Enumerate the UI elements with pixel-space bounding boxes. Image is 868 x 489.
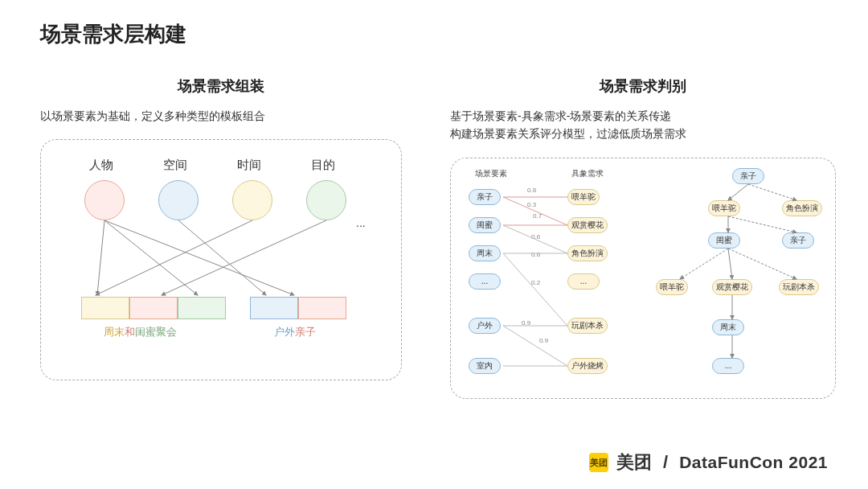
svg-line-18 [728, 216, 796, 232]
combo-bar-2 [250, 297, 346, 319]
svg-line-16 [748, 184, 796, 200]
tree-l3b: 亲子 [782, 232, 814, 249]
svg-line-21 [728, 249, 796, 279]
meituan-brand-text: 美团 [616, 450, 652, 475]
tree-l4a: 喂羊驼 [656, 279, 688, 295]
svg-line-19 [680, 249, 728, 279]
combo-1-label: 周末和闺蜜聚会 [104, 325, 177, 339]
bp-left-4: 户外 [469, 318, 501, 334]
bipartite-edges [451, 158, 837, 400]
svg-line-4 [96, 220, 252, 295]
combo-bar-1 [81, 297, 226, 319]
w4: 0.6 [531, 251, 540, 258]
bp-right-3: ... [567, 273, 600, 290]
elem-label-purpose: 目的 [311, 158, 335, 173]
svg-line-5 [162, 220, 326, 295]
circle-space [158, 180, 199, 220]
circle-person [84, 180, 125, 220]
bp-left-3: ... [469, 273, 501, 290]
elem-label-person: 人物 [89, 158, 113, 173]
right-subtitle: 场景需求判别 [450, 76, 836, 96]
w6: 0.9 [522, 319, 530, 327]
col-label-elements: 场景要素 [475, 168, 507, 179]
bp-right-5: 户外烧烤 [567, 358, 608, 374]
svg-line-13 [503, 326, 567, 366]
bp-left-5: 室内 [469, 358, 501, 374]
event-name: DataFunCon 2021 [679, 453, 828, 472]
left-subtitle: 场景需求组装 [40, 76, 402, 96]
right-panel: 场景需求判别 基于场景要素-具象需求-场景要素的关系传递 构建场景要素关系评分模… [450, 76, 836, 399]
ellipsis-left: ... [356, 216, 366, 229]
tree-l4c: 玩剧本杀 [779, 279, 819, 295]
right-desc: 基于场景要素-具象需求-场景要素的关系传递 构建场景要素关系评分模型，过滤低质场… [450, 107, 836, 143]
elem-label-space: 空间 [163, 158, 187, 173]
bp-right-2: 角色扮演 [567, 245, 608, 261]
svg-line-11 [503, 253, 567, 326]
bp-left-1: 闺蜜 [469, 217, 501, 233]
circle-purpose [306, 180, 346, 220]
combo-2-label: 户外亲子 [274, 325, 316, 339]
tree-l3a: 闺蜜 [708, 232, 740, 249]
left-desc: 以场景要素为基础，定义多种类型的模板组合 [40, 107, 402, 125]
separator: / [663, 452, 668, 473]
svg-line-0 [97, 220, 104, 295]
bp-left-0: 亲子 [469, 189, 501, 205]
w3: 0.6 [531, 233, 540, 240]
svg-line-2 [104, 220, 294, 295]
slide-title: 场景需求层构建 [40, 20, 186, 48]
w7: 0.9 [539, 337, 548, 344]
elem-label-time: 时间 [237, 158, 261, 173]
left-diagram: 人物 空间 时间 目的 ... 周末和闺蜜聚会 [40, 139, 402, 380]
tree-l2b: 角色扮演 [782, 200, 822, 216]
tree-l6a: ... [712, 358, 744, 374]
w0: 0.8 [527, 187, 536, 194]
tree-l5a: 周末 [712, 319, 744, 335]
svg-line-15 [728, 184, 748, 200]
left-lines [41, 140, 403, 381]
tree-l2a: 喂羊驼 [708, 200, 740, 216]
bp-left-2: 周末 [469, 245, 501, 261]
tree-l4b: 观赏樱花 [712, 279, 752, 295]
bp-right-1: 观赏樱花 [567, 217, 608, 233]
svg-line-20 [728, 249, 732, 279]
w5: 0.2 [531, 279, 540, 286]
footer: 美团 美团 / DataFunCon 2021 [589, 450, 828, 475]
col-label-needs: 具象需求 [571, 168, 604, 179]
w1: 0.3 [527, 201, 536, 208]
bp-right-0: 喂羊驼 [567, 189, 600, 205]
svg-line-3 [178, 220, 266, 295]
w2: 0.7 [533, 212, 542, 220]
left-panel: 场景需求组装 以场景要素为基础，定义多种类型的模板组合 人物 空间 时间 目的 … [40, 76, 402, 380]
tree-edges [451, 158, 837, 400]
tree-root: 亲子 [732, 168, 764, 184]
circle-time [232, 180, 272, 220]
meituan-logo-icon: 美团 [589, 453, 608, 472]
right-diagram: 场景要素 具象需求 亲子 闺蜜 周末 ... 户外 室内 喂羊驼 观赏樱花 角色… [450, 158, 836, 399]
svg-line-1 [104, 220, 198, 295]
bp-right-4: 玩剧本杀 [567, 318, 608, 334]
